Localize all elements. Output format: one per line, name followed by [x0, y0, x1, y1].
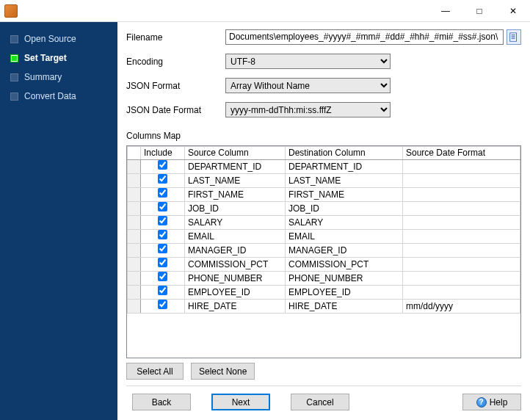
include-cell[interactable]: [141, 272, 185, 286]
back-button[interactable]: Back: [132, 394, 191, 410]
table-row[interactable]: LAST_NAMELAST_NAME: [128, 174, 520, 188]
json-date-format-select[interactable]: yyyy-mm-ddThh:mi:ss.fffZ: [225, 102, 391, 117]
row-header[interactable]: [128, 272, 141, 286]
col-header-dest[interactable]: Destination Column: [286, 147, 403, 160]
row-header[interactable]: [128, 160, 141, 174]
srcfmt-cell[interactable]: [403, 286, 520, 300]
srcfmt-cell[interactable]: [403, 202, 520, 216]
include-cell[interactable]: [141, 300, 185, 314]
srcfmt-cell[interactable]: [403, 258, 520, 272]
include-checkbox[interactable]: [158, 202, 167, 211]
table-row[interactable]: EMAILEMAIL: [128, 230, 520, 244]
select-all-button[interactable]: Select All: [126, 363, 184, 380]
select-none-button[interactable]: Select None: [191, 363, 255, 380]
table-row[interactable]: DEPARTMENT_IDDEPARTMENT_ID: [128, 160, 520, 174]
filename-input[interactable]: \Documents\employees_#yyyy#_#mm#_#dd#_#h…: [225, 29, 504, 45]
dest-cell[interactable]: FIRST_NAME: [286, 188, 403, 202]
row-header[interactable]: [128, 216, 141, 230]
include-checkbox[interactable]: [158, 258, 167, 267]
include-checkbox[interactable]: [158, 286, 167, 295]
source-cell[interactable]: EMAIL: [185, 230, 286, 244]
srcfmt-cell[interactable]: [403, 216, 520, 230]
source-cell[interactable]: EMPLOYEE_ID: [185, 286, 286, 300]
close-button[interactable]: ✕: [496, 0, 530, 22]
col-header-include[interactable]: Include: [141, 147, 185, 160]
include-cell[interactable]: [141, 202, 185, 216]
row-header[interactable]: [128, 202, 141, 216]
include-checkbox[interactable]: [158, 272, 167, 281]
encoding-select[interactable]: UTF-8: [225, 54, 391, 69]
col-header-srcfmt[interactable]: Source Date Format: [403, 147, 520, 160]
dest-cell[interactable]: JOB_ID: [286, 202, 403, 216]
json-format-select[interactable]: Array Without Name: [225, 78, 391, 93]
browse-button[interactable]: [507, 29, 521, 45]
include-cell[interactable]: [141, 174, 185, 188]
include-checkbox[interactable]: [158, 230, 167, 239]
include-cell[interactable]: [141, 258, 185, 272]
include-cell[interactable]: [141, 244, 185, 258]
source-cell[interactable]: LAST_NAME: [185, 174, 286, 188]
cancel-button[interactable]: Cancel: [291, 394, 349, 410]
dest-cell[interactable]: MANAGER_ID: [286, 244, 403, 258]
include-cell[interactable]: [141, 188, 185, 202]
row-header[interactable]: [128, 300, 141, 314]
include-cell[interactable]: [141, 160, 185, 174]
table-row[interactable]: MANAGER_IDMANAGER_ID: [128, 244, 520, 258]
dest-cell[interactable]: DEPARTMENT_ID: [286, 160, 403, 174]
row-header[interactable]: [128, 286, 141, 300]
include-checkbox[interactable]: [158, 188, 167, 198]
include-checkbox[interactable]: [158, 160, 167, 170]
table-row[interactable]: HIRE_DATEHIRE_DATEmm/dd/yyyy: [128, 300, 520, 314]
dest-cell[interactable]: COMMISSION_PCT: [286, 258, 403, 272]
row-header[interactable]: [128, 244, 141, 258]
include-cell[interactable]: [141, 230, 185, 244]
columns-map-table[interactable]: Include Source Column Destination Column…: [127, 146, 520, 314]
dest-cell[interactable]: SALARY: [286, 216, 403, 230]
include-checkbox[interactable]: [158, 216, 167, 225]
table-row[interactable]: COMMISSION_PCTCOMMISSION_PCT: [128, 258, 520, 272]
source-cell[interactable]: HIRE_DATE: [185, 300, 286, 314]
srcfmt-cell[interactable]: [403, 272, 520, 286]
source-cell[interactable]: MANAGER_ID: [185, 244, 286, 258]
table-row[interactable]: FIRST_NAMEFIRST_NAME: [128, 188, 520, 202]
source-cell[interactable]: PHONE_NUMBER: [185, 272, 286, 286]
srcfmt-cell[interactable]: [403, 244, 520, 258]
srcfmt-cell[interactable]: [403, 188, 520, 202]
srcfmt-cell[interactable]: mm/dd/yyyy: [403, 300, 520, 314]
table-row[interactable]: JOB_IDJOB_ID: [128, 202, 520, 216]
include-checkbox[interactable]: [158, 174, 167, 184]
sidebar-step-2[interactable]: Summary: [0, 68, 117, 87]
dest-cell[interactable]: EMAIL: [286, 230, 403, 244]
source-cell[interactable]: JOB_ID: [185, 202, 286, 216]
help-button[interactable]: ? Help: [462, 394, 521, 410]
dest-cell[interactable]: EMPLOYEE_ID: [286, 286, 403, 300]
dest-cell[interactable]: PHONE_NUMBER: [286, 272, 403, 286]
dest-cell[interactable]: LAST_NAME: [286, 174, 403, 188]
table-row[interactable]: SALARYSALARY: [128, 216, 520, 230]
source-cell[interactable]: DEPARTMENT_ID: [185, 160, 286, 174]
row-header[interactable]: [128, 258, 141, 272]
source-cell[interactable]: FIRST_NAME: [185, 188, 286, 202]
row-header[interactable]: [128, 188, 141, 202]
maximize-button[interactable]: □: [462, 0, 496, 22]
row-header[interactable]: [128, 174, 141, 188]
next-button[interactable]: Next: [211, 394, 270, 410]
sidebar-step-1[interactable]: Set Target: [0, 48, 117, 68]
col-header-source[interactable]: Source Column: [185, 147, 286, 160]
srcfmt-cell[interactable]: [403, 230, 520, 244]
sidebar-step-0[interactable]: Open Source: [0, 29, 117, 48]
minimize-button[interactable]: —: [429, 0, 462, 22]
include-checkbox[interactable]: [158, 300, 167, 309]
srcfmt-cell[interactable]: [403, 174, 520, 188]
source-cell[interactable]: SALARY: [185, 216, 286, 230]
dest-cell[interactable]: HIRE_DATE: [286, 300, 403, 314]
srcfmt-cell[interactable]: [403, 160, 520, 174]
table-row[interactable]: EMPLOYEE_IDEMPLOYEE_ID: [128, 286, 520, 300]
include-checkbox[interactable]: [158, 244, 167, 253]
include-cell[interactable]: [141, 286, 185, 300]
sidebar-step-3[interactable]: Convert Data: [0, 87, 117, 106]
include-cell[interactable]: [141, 216, 185, 230]
row-header[interactable]: [128, 230, 141, 244]
source-cell[interactable]: COMMISSION_PCT: [185, 258, 286, 272]
table-row[interactable]: PHONE_NUMBERPHONE_NUMBER: [128, 272, 520, 286]
